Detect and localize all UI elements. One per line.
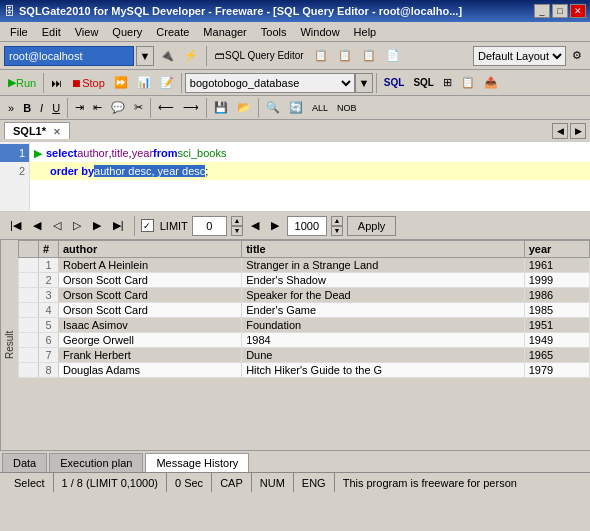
explain-btn[interactable]: 📊 xyxy=(133,72,155,94)
nav-back-btn[interactable]: ⟵ xyxy=(154,97,178,119)
spin-down[interactable]: ▼ xyxy=(231,226,243,236)
results-table-container[interactable]: # author title year 1 Robert A Heinlein … xyxy=(18,240,590,450)
menu-file[interactable]: File xyxy=(4,24,34,40)
limit-nav-left[interactable]: ◀ xyxy=(247,215,263,237)
restore-button[interactable]: □ xyxy=(552,4,568,18)
disconnect-btn[interactable]: ⚡ xyxy=(180,45,202,67)
count-spin-up[interactable]: ▲ xyxy=(331,216,343,226)
connection-input[interactable] xyxy=(4,46,134,66)
save-btn[interactable]: 💾 xyxy=(210,97,232,119)
table-row[interactable]: 2 Orson Scott Card Ender's Shadow 1999 xyxy=(19,273,590,288)
all-select-btn[interactable]: ALL xyxy=(308,97,332,119)
last-page-btn[interactable]: ▶| xyxy=(109,215,128,237)
cell-title: Speaker for the Dead xyxy=(242,288,525,303)
limit-count-spinner[interactable]: ▲ ▼ xyxy=(331,216,343,236)
minimize-button[interactable]: _ xyxy=(534,4,550,18)
format-btn[interactable]: 📝 xyxy=(156,72,178,94)
alt-sql-btn[interactable]: SQL xyxy=(409,72,438,94)
connection-dropdown-arrow[interactable]: ▼ xyxy=(136,46,154,66)
btn-t3[interactable]: 📋 xyxy=(358,45,380,67)
btn-t1[interactable]: 📋 xyxy=(310,45,332,67)
connect-btn[interactable]: 🔌 xyxy=(156,45,178,67)
sep5 xyxy=(67,98,68,118)
underline-btn[interactable]: U xyxy=(48,97,64,119)
sql-tab-1[interactable]: SQL1* ✕ xyxy=(4,122,70,139)
sql-tabs: SQL1* ✕ xyxy=(4,122,72,139)
table-row[interactable]: 8 Douglas Adams Hitch Hiker's Guide to t… xyxy=(19,363,590,378)
sql-tab-1-close[interactable]: ✕ xyxy=(53,127,61,137)
expand-btn[interactable]: » xyxy=(4,97,18,119)
run-all-btn[interactable]: ⏩ xyxy=(110,72,132,94)
cell-title: Ender's Shadow xyxy=(242,273,525,288)
btn-t2[interactable]: 📋 xyxy=(334,45,356,67)
sql-editor-label-btn[interactable]: 🗃 SQL Query Editor xyxy=(211,45,308,67)
col-header-year[interactable]: year xyxy=(524,241,589,258)
run-button[interactable]: ▶ Run xyxy=(4,72,40,94)
col-header-author[interactable]: author xyxy=(59,241,242,258)
table-row[interactable]: 4 Orson Scott Card Ender's Game 1985 xyxy=(19,303,590,318)
menu-edit[interactable]: Edit xyxy=(36,24,67,40)
tab-message-history[interactable]: Message History xyxy=(145,453,249,472)
limit-from-spinner[interactable]: ▲ ▼ xyxy=(231,216,243,236)
database-dropdown[interactable]: bogotobogo_database xyxy=(185,73,355,93)
menu-tools[interactable]: Tools xyxy=(255,24,293,40)
replace-btn[interactable]: 🔄 xyxy=(285,97,307,119)
spin-up[interactable]: ▲ xyxy=(231,216,243,226)
limit-checkbox[interactable]: ✓ xyxy=(141,219,154,232)
indent-btn[interactable]: ⇥ xyxy=(71,97,88,119)
layout-settings-btn[interactable]: ⚙ xyxy=(568,45,586,67)
limit-from-input[interactable] xyxy=(192,216,227,236)
limit-count-input[interactable] xyxy=(287,216,327,236)
menu-create[interactable]: Create xyxy=(150,24,195,40)
nob-btn[interactable]: NOB xyxy=(333,97,361,119)
menu-query[interactable]: Query xyxy=(106,24,148,40)
open-btn[interactable]: 📂 xyxy=(233,97,255,119)
menu-help[interactable]: Help xyxy=(348,24,383,40)
tab-nav-left[interactable]: ◀ xyxy=(552,123,568,139)
search-btn[interactable]: 🔍 xyxy=(262,97,284,119)
prev-page-btn[interactable]: ◀ xyxy=(29,215,45,237)
tab-data[interactable]: Data xyxy=(2,453,47,472)
bold-btn[interactable]: B xyxy=(19,97,35,119)
cell-author: George Orwell xyxy=(59,333,242,348)
copy-btn[interactable]: 📋 xyxy=(457,72,479,94)
menu-view[interactable]: View xyxy=(69,24,105,40)
next-btn[interactable]: ▷ xyxy=(69,215,85,237)
prev-btn[interactable]: ◁ xyxy=(49,215,65,237)
count-spin-down[interactable]: ▼ xyxy=(331,226,343,236)
db-dropdown-arrow[interactable]: ▼ xyxy=(355,73,373,93)
layout-dropdown[interactable]: Default Layout xyxy=(473,46,566,66)
uncomment-btn[interactable]: ✂ xyxy=(130,97,147,119)
close-button[interactable]: ✕ xyxy=(570,4,586,18)
table-row[interactable]: 6 George Orwell 1984 1949 xyxy=(19,333,590,348)
menu-manager[interactable]: Manager xyxy=(197,24,252,40)
cell-author: Robert A Heinlein xyxy=(59,258,242,273)
table-row[interactable]: 3 Orson Scott Card Speaker for the Dead … xyxy=(19,288,590,303)
toolbar-format: » B I U ⇥ ⇤ 💬 ✂ ⟵ ⟶ 💾 📂 🔍 🔄 ALL NOB xyxy=(0,96,590,120)
outdent-btn[interactable]: ⇤ xyxy=(89,97,106,119)
table-row[interactable]: 1 Robert A Heinlein Stranger in a Strang… xyxy=(19,258,590,273)
step-btn[interactable]: ⏭ xyxy=(47,72,66,94)
status-time: 0 Sec xyxy=(167,473,212,492)
code-editor[interactable]: ▶ select author, title, year from sci_bo… xyxy=(30,142,590,211)
col-header-title[interactable]: title xyxy=(242,241,525,258)
menu-window[interactable]: Window xyxy=(294,24,345,40)
grid-btn[interactable]: ⊞ xyxy=(439,72,456,94)
sql-btn[interactable]: SQL xyxy=(380,72,409,94)
tab-execution-plan[interactable]: Execution plan xyxy=(49,453,143,472)
apply-button[interactable]: Apply xyxy=(347,216,397,236)
italic-btn[interactable]: I xyxy=(36,97,47,119)
limit-nav-right[interactable]: ▶ xyxy=(267,215,283,237)
stop-button[interactable]: ⏹ Stop xyxy=(67,72,109,94)
comment-btn[interactable]: 💬 xyxy=(107,97,129,119)
next-page-btn[interactable]: ▶ xyxy=(89,215,105,237)
nav-fwd-btn[interactable]: ⟶ xyxy=(179,97,203,119)
btn-t4[interactable]: 📄 xyxy=(382,45,404,67)
first-page-btn[interactable]: |◀ xyxy=(6,215,25,237)
cell-title: Ender's Game xyxy=(242,303,525,318)
table-row[interactable]: 5 Isaac Asimov Foundation 1951 xyxy=(19,318,590,333)
editor-label: SQL Query Editor xyxy=(225,50,304,61)
export-btn[interactable]: 📤 xyxy=(480,72,502,94)
table-row[interactable]: 7 Frank Herbert Dune 1965 xyxy=(19,348,590,363)
tab-nav-right[interactable]: ▶ xyxy=(570,123,586,139)
